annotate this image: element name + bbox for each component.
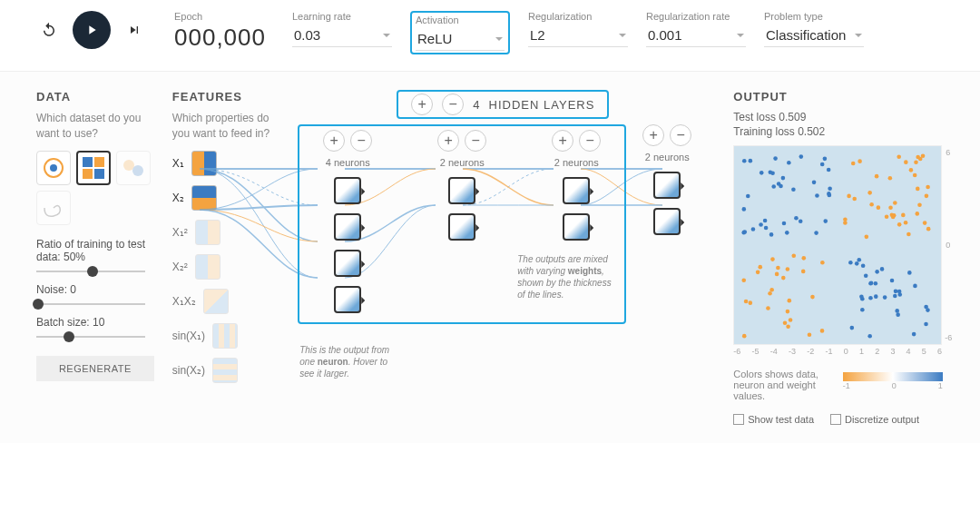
svg-point-29	[783, 320, 788, 325]
data-subtitle: Which dataset do you want to use?	[36, 111, 154, 142]
neuron[interactable]	[334, 286, 361, 313]
activation-select[interactable]: ReLU	[416, 27, 505, 51]
network-panel: + − 4 HIDDEN LAYERS	[290, 90, 715, 425]
neuron[interactable]	[653, 208, 681, 235]
svg-point-35	[865, 235, 869, 240]
svg-point-115	[917, 202, 922, 207]
batch-slider[interactable]: Batch size: 10	[36, 316, 154, 338]
remove-neuron-2[interactable]: −	[465, 130, 486, 152]
svg-point-93	[913, 173, 917, 178]
feature-x2[interactable]: X₂	[172, 185, 282, 211]
output-chart: 6 0 -6	[733, 145, 942, 345]
svg-point-110	[888, 205, 893, 210]
add-neuron-4[interactable]: +	[642, 124, 664, 146]
svg-point-136	[774, 156, 779, 161]
neuron[interactable]	[448, 213, 475, 241]
features-title: FEATURES	[172, 90, 282, 103]
top-bar: Epoch 000,000 Learning rate 0.03 Activat…	[0, 0, 980, 72]
svg-rect-5	[94, 169, 104, 179]
svg-point-73	[906, 232, 911, 237]
svg-point-1	[50, 164, 57, 172]
neuron[interactable]	[334, 177, 361, 204]
remove-layer-button[interactable]: −	[442, 94, 464, 115]
layers-row: +− 4 neurons +− 2 neurons +− 2 neurons	[290, 124, 715, 324]
svg-point-9	[786, 267, 790, 271]
add-neuron-1[interactable]: +	[323, 130, 345, 152]
feature-sinx1[interactable]: sin(X₁)	[172, 323, 282, 349]
annotation-neuron: This is the output from one neuron. Hove…	[299, 344, 399, 379]
svg-point-28	[789, 318, 793, 322]
svg-point-108	[904, 221, 908, 225]
svg-point-12	[781, 276, 786, 281]
train-loss: Training loss 0.502	[733, 125, 944, 138]
problem-param[interactable]: Problem type Classification	[764, 11, 864, 47]
neuron[interactable]	[334, 213, 361, 241]
gradient-bar	[843, 372, 943, 381]
regrate-select[interactable]: 0.001	[646, 24, 746, 47]
lr-param[interactable]: Learning rate 0.03	[292, 11, 392, 47]
add-neuron-2[interactable]: +	[437, 130, 459, 152]
feature-sinx2[interactable]: sin(X₂)	[172, 358, 282, 383]
dataset-spiral[interactable]	[36, 191, 71, 225]
add-layer-button[interactable]: +	[411, 94, 433, 115]
svg-point-121	[897, 312, 901, 317]
svg-point-80	[744, 300, 749, 304]
svg-point-60	[893, 201, 897, 205]
svg-point-78	[760, 222, 764, 227]
discretize-checkbox[interactable]: Discretize output	[830, 414, 919, 425]
svg-point-64	[893, 294, 897, 299]
feature-x1[interactable]: X₁	[172, 151, 282, 176]
neuron[interactable]	[448, 177, 475, 204]
remove-neuron-4[interactable]: −	[670, 124, 691, 146]
svg-point-17	[916, 187, 920, 192]
feature-x1sq[interactable]: X₁²	[172, 220, 282, 245]
dataset-gauss[interactable]	[116, 151, 151, 185]
svg-point-77	[777, 182, 781, 186]
feature-x1x2[interactable]: X₁X₂	[172, 289, 282, 314]
reset-icon[interactable]	[36, 17, 62, 43]
svg-point-95	[861, 263, 866, 268]
dataset-xor[interactable]	[76, 151, 111, 185]
svg-point-90	[742, 159, 747, 163]
dataset-circle[interactable]	[36, 151, 71, 185]
neuron[interactable]	[334, 250, 361, 277]
svg-point-70	[909, 168, 914, 172]
svg-point-119	[897, 290, 902, 294]
svg-point-134	[924, 322, 928, 327]
dataset-grid	[36, 151, 154, 225]
svg-point-105	[759, 265, 763, 270]
features-subtitle: Which properties do you want to feed in?	[172, 111, 282, 142]
regenerate-button[interactable]: REGENERATE	[36, 356, 154, 381]
neuron[interactable]	[563, 213, 590, 241]
svg-point-26	[916, 212, 920, 216]
ratio-slider[interactable]: Ratio of training to test data: 50%	[36, 238, 154, 272]
svg-point-91	[764, 226, 769, 231]
activation-param[interactable]: Activation ReLU	[410, 11, 510, 54]
neuron[interactable]	[563, 177, 590, 204]
remove-neuron-1[interactable]: −	[350, 130, 372, 152]
remove-neuron-3[interactable]: −	[579, 130, 601, 152]
problem-select[interactable]: Classification	[764, 24, 864, 47]
neuron[interactable]	[653, 172, 681, 199]
output-title: OUTPUT	[733, 90, 944, 103]
svg-rect-4	[83, 169, 93, 179]
feature-x2sq[interactable]: X₂²	[172, 254, 282, 280]
reg-param[interactable]: Regularization L2	[528, 11, 628, 47]
regrate-param[interactable]: Regularization rate 0.001	[646, 11, 746, 47]
lr-select[interactable]: 0.03	[292, 24, 392, 47]
svg-point-118	[874, 281, 878, 286]
svg-point-54	[850, 326, 855, 330]
svg-point-56	[868, 334, 873, 339]
svg-point-68	[864, 273, 868, 278]
svg-point-125	[771, 172, 776, 176]
svg-point-137	[907, 271, 912, 275]
play-button[interactable]	[73, 11, 111, 49]
step-icon[interactable]	[122, 17, 147, 43]
svg-point-92	[746, 194, 750, 199]
show-test-checkbox[interactable]: Show test data	[733, 414, 814, 425]
noise-slider[interactable]: Noise: 0	[36, 283, 154, 305]
svg-point-25	[775, 272, 779, 277]
add-neuron-3[interactable]: +	[552, 130, 573, 152]
features-panel: FEATURES Which properties do you want to…	[172, 90, 282, 425]
reg-select[interactable]: L2	[528, 24, 628, 47]
